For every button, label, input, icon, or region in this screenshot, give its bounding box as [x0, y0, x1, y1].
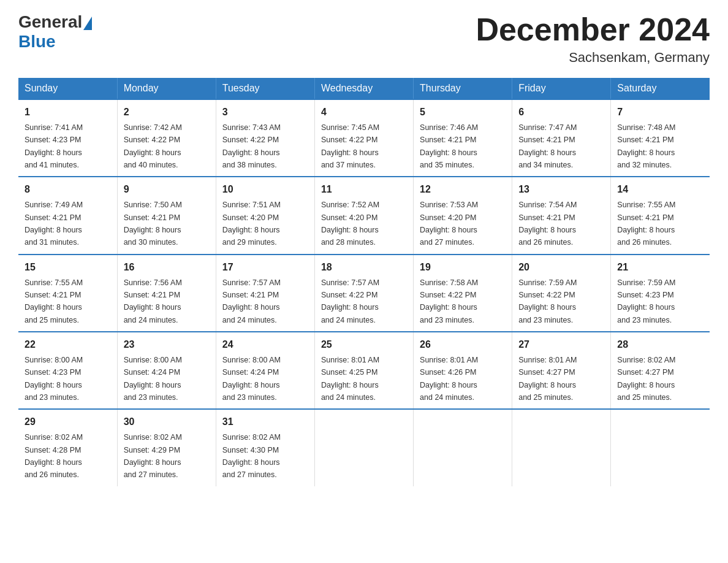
- table-row: [611, 409, 710, 486]
- calendar-table: Sunday Monday Tuesday Wednesday Thursday…: [18, 78, 710, 486]
- col-sunday: Sunday: [18, 78, 117, 99]
- day-info: Sunrise: 8:00 AMSunset: 4:24 PMDaylight:…: [222, 356, 281, 402]
- day-info: Sunrise: 7:46 AMSunset: 4:21 PMDaylight:…: [420, 123, 478, 169]
- day-info: Sunrise: 8:01 AMSunset: 4:26 PMDaylight:…: [420, 356, 478, 402]
- day-number: 23: [124, 337, 210, 353]
- day-info: Sunrise: 7:57 AMSunset: 4:22 PMDaylight:…: [321, 278, 379, 324]
- day-info: Sunrise: 7:42 AMSunset: 4:22 PMDaylight:…: [124, 123, 182, 169]
- day-info: Sunrise: 8:01 AMSunset: 4:27 PMDaylight:…: [518, 356, 577, 402]
- day-info: Sunrise: 7:53 AMSunset: 4:20 PMDaylight:…: [420, 201, 478, 247]
- table-row: [314, 409, 413, 486]
- day-number: 7: [617, 105, 703, 120]
- day-number: 5: [420, 105, 506, 120]
- day-number: 20: [518, 260, 604, 275]
- day-info: Sunrise: 7:43 AMSunset: 4:22 PMDaylight:…: [222, 123, 281, 169]
- table-row: 27 Sunrise: 8:01 AMSunset: 4:27 PMDaylig…: [512, 332, 611, 409]
- day-info: Sunrise: 7:49 AMSunset: 4:21 PMDaylight:…: [25, 201, 83, 247]
- table-row: 16 Sunrise: 7:56 AMSunset: 4:21 PMDaylig…: [117, 255, 216, 332]
- calendar-week-row: 29 Sunrise: 8:02 AMSunset: 4:28 PMDaylig…: [18, 409, 710, 486]
- day-info: Sunrise: 7:55 AMSunset: 4:21 PMDaylight:…: [25, 278, 83, 324]
- day-number: 8: [25, 182, 111, 197]
- col-monday: Monday: [117, 78, 216, 99]
- day-number: 17: [222, 260, 308, 275]
- location-title: Sachsenkam, Germany: [476, 50, 710, 66]
- table-row: 19 Sunrise: 7:58 AMSunset: 4:22 PMDaylig…: [414, 255, 512, 332]
- day-number: 26: [420, 337, 506, 353]
- table-row: 10 Sunrise: 7:51 AMSunset: 4:20 PMDaylig…: [216, 177, 314, 254]
- day-number: 21: [617, 260, 703, 275]
- day-number: 2: [124, 105, 210, 120]
- table-row: 2 Sunrise: 7:42 AMSunset: 4:22 PMDayligh…: [117, 99, 216, 177]
- day-number: 28: [617, 337, 703, 353]
- title-block: December 2024 Sachsenkam, Germany: [476, 12, 710, 66]
- table-row: 1 Sunrise: 7:41 AMSunset: 4:23 PMDayligh…: [18, 99, 117, 177]
- month-title: December 2024: [476, 12, 710, 47]
- table-row: [414, 409, 512, 486]
- day-info: Sunrise: 7:51 AMSunset: 4:20 PMDaylight:…: [222, 201, 281, 247]
- table-row: 15 Sunrise: 7:55 AMSunset: 4:21 PMDaylig…: [18, 255, 117, 332]
- day-number: 12: [420, 182, 506, 197]
- table-row: 22 Sunrise: 8:00 AMSunset: 4:23 PMDaylig…: [18, 332, 117, 409]
- day-info: Sunrise: 7:41 AMSunset: 4:23 PMDaylight:…: [25, 123, 83, 169]
- day-info: Sunrise: 7:57 AMSunset: 4:21 PMDaylight:…: [222, 278, 281, 324]
- calendar-week-row: 8 Sunrise: 7:49 AMSunset: 4:21 PMDayligh…: [18, 177, 710, 254]
- table-row: 26 Sunrise: 8:01 AMSunset: 4:26 PMDaylig…: [414, 332, 512, 409]
- day-info: Sunrise: 7:50 AMSunset: 4:21 PMDaylight:…: [124, 201, 182, 247]
- day-number: 1: [25, 105, 111, 120]
- table-row: 25 Sunrise: 8:01 AMSunset: 4:25 PMDaylig…: [314, 332, 413, 409]
- day-info: Sunrise: 8:02 AMSunset: 4:30 PMDaylight:…: [222, 433, 281, 479]
- day-info: Sunrise: 7:45 AMSunset: 4:22 PMDaylight:…: [321, 123, 379, 169]
- day-info: Sunrise: 7:48 AMSunset: 4:21 PMDaylight:…: [617, 123, 675, 169]
- day-number: 29: [25, 415, 111, 430]
- col-friday: Friday: [512, 78, 611, 99]
- day-number: 25: [321, 337, 407, 353]
- col-tuesday: Tuesday: [216, 78, 314, 99]
- table-row: 30 Sunrise: 8:02 AMSunset: 4:29 PMDaylig…: [117, 409, 216, 486]
- day-number: 27: [518, 337, 604, 353]
- table-row: 12 Sunrise: 7:53 AMSunset: 4:20 PMDaylig…: [414, 177, 512, 254]
- day-info: Sunrise: 8:02 AMSunset: 4:28 PMDaylight:…: [25, 433, 83, 479]
- day-number: 11: [321, 182, 407, 197]
- day-number: 14: [617, 182, 703, 197]
- col-wednesday: Wednesday: [314, 78, 413, 99]
- table-row: 24 Sunrise: 8:00 AMSunset: 4:24 PMDaylig…: [216, 332, 314, 409]
- logo-general: General: [18, 12, 82, 32]
- table-row: 23 Sunrise: 8:00 AMSunset: 4:24 PMDaylig…: [117, 332, 216, 409]
- table-row: 21 Sunrise: 7:59 AMSunset: 4:23 PMDaylig…: [611, 255, 710, 332]
- col-saturday: Saturday: [611, 78, 710, 99]
- page-header: General Blue December 2024 Sachsenkam, G…: [18, 12, 710, 66]
- calendar-header-row: Sunday Monday Tuesday Wednesday Thursday…: [18, 78, 710, 99]
- day-info: Sunrise: 8:00 AMSunset: 4:23 PMDaylight:…: [25, 356, 83, 402]
- logo-blue: Blue: [18, 32, 56, 52]
- day-number: 13: [518, 182, 604, 197]
- table-row: 31 Sunrise: 8:02 AMSunset: 4:30 PMDaylig…: [216, 409, 314, 486]
- day-info: Sunrise: 8:02 AMSunset: 4:27 PMDaylight:…: [617, 356, 675, 402]
- day-info: Sunrise: 8:00 AMSunset: 4:24 PMDaylight:…: [124, 356, 182, 402]
- day-number: 6: [518, 105, 604, 120]
- col-thursday: Thursday: [414, 78, 512, 99]
- day-info: Sunrise: 7:56 AMSunset: 4:21 PMDaylight:…: [124, 278, 182, 324]
- day-number: 3: [222, 105, 308, 120]
- day-number: 18: [321, 260, 407, 275]
- day-info: Sunrise: 7:58 AMSunset: 4:22 PMDaylight:…: [420, 278, 478, 324]
- table-row: 9 Sunrise: 7:50 AMSunset: 4:21 PMDayligh…: [117, 177, 216, 254]
- day-number: 30: [124, 415, 210, 430]
- table-row: 14 Sunrise: 7:55 AMSunset: 4:21 PMDaylig…: [611, 177, 710, 254]
- day-info: Sunrise: 8:02 AMSunset: 4:29 PMDaylight:…: [124, 433, 182, 479]
- day-number: 4: [321, 105, 407, 120]
- table-row: 11 Sunrise: 7:52 AMSunset: 4:20 PMDaylig…: [314, 177, 413, 254]
- table-row: 6 Sunrise: 7:47 AMSunset: 4:21 PMDayligh…: [512, 99, 611, 177]
- day-info: Sunrise: 8:01 AMSunset: 4:25 PMDaylight:…: [321, 356, 379, 402]
- day-number: 15: [25, 260, 111, 275]
- table-row: 17 Sunrise: 7:57 AMSunset: 4:21 PMDaylig…: [216, 255, 314, 332]
- table-row: 28 Sunrise: 8:02 AMSunset: 4:27 PMDaylig…: [611, 332, 710, 409]
- day-info: Sunrise: 7:54 AMSunset: 4:21 PMDaylight:…: [518, 201, 577, 247]
- day-info: Sunrise: 7:47 AMSunset: 4:21 PMDaylight:…: [518, 123, 577, 169]
- calendar-week-row: 1 Sunrise: 7:41 AMSunset: 4:23 PMDayligh…: [18, 99, 710, 177]
- day-number: 19: [420, 260, 506, 275]
- day-info: Sunrise: 7:59 AMSunset: 4:23 PMDaylight:…: [617, 278, 675, 324]
- day-info: Sunrise: 7:59 AMSunset: 4:22 PMDaylight:…: [518, 278, 577, 324]
- day-number: 31: [222, 415, 308, 430]
- day-number: 16: [124, 260, 210, 275]
- table-row: 29 Sunrise: 8:02 AMSunset: 4:28 PMDaylig…: [18, 409, 117, 486]
